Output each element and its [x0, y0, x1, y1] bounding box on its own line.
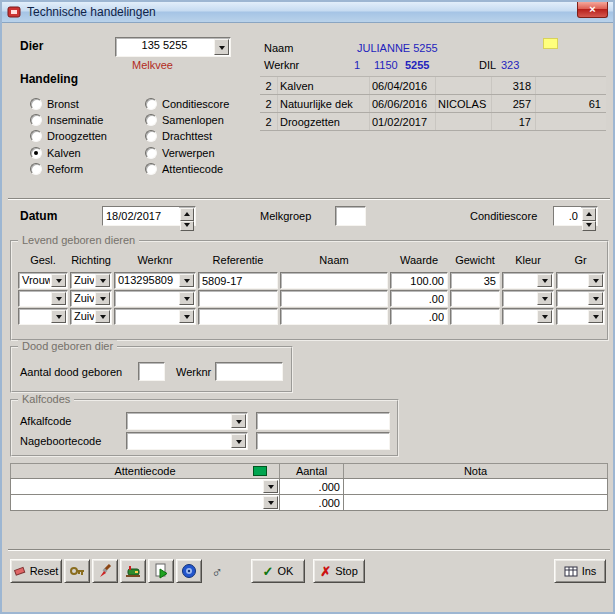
attentiecode-combo-arrow[interactable]: [263, 496, 278, 509]
gr-combo[interactable]: [556, 308, 605, 325]
gr-combo[interactable]: [556, 272, 605, 289]
naam-input[interactable]: [280, 272, 388, 289]
gesl-combo-arrow[interactable]: [51, 274, 66, 287]
werknr-combo-arrow[interactable]: [179, 310, 194, 323]
radio-conditiescore[interactable]: [145, 98, 157, 110]
waarde-input[interactable]: [390, 272, 448, 289]
nageboortecode-text-input[interactable]: [256, 432, 390, 450]
attentie-green-marker[interactable]: [253, 466, 267, 476]
camera-button[interactable]: [176, 559, 202, 583]
naam-input[interactable]: [280, 290, 388, 307]
attentie-aantal-cell[interactable]: .000: [279, 494, 344, 511]
referentie-input[interactable]: [198, 308, 278, 325]
werknr-combo[interactable]: [114, 308, 196, 325]
radio-bronst[interactable]: [30, 98, 42, 110]
afkalfcode-combo[interactable]: [126, 412, 248, 430]
richting-combo-arrow[interactable]: [95, 310, 110, 323]
attentiecode-combo[interactable]: [10, 494, 280, 511]
gr-combo-arrow[interactable]: [588, 310, 603, 323]
werknr-combo[interactable]: 013295809: [114, 272, 196, 289]
naam-input[interactable]: [280, 308, 388, 325]
kleur-combo[interactable]: [502, 272, 554, 289]
conditiescore-spin-up[interactable]: [582, 208, 596, 221]
kleur-combo-arrow[interactable]: [537, 274, 552, 287]
gesl-combo-arrow[interactable]: [51, 292, 66, 305]
attentie-nota-cell[interactable]: [343, 478, 608, 495]
radio-droogzetten[interactable]: [30, 130, 42, 142]
richting-combo-arrow[interactable]: [95, 274, 110, 287]
werknr-combo-arrow[interactable]: [179, 292, 194, 305]
male-button[interactable]: ♂: [204, 559, 230, 583]
conditiescore-input[interactable]: [554, 207, 581, 225]
key-button[interactable]: [64, 559, 90, 583]
mailbox-button[interactable]: [120, 559, 146, 583]
attentiecode-combo[interactable]: [10, 478, 280, 495]
gr-combo-arrow[interactable]: [588, 292, 603, 305]
dood-werknr-input[interactable]: [215, 362, 283, 381]
radio-verwerpen-label[interactable]: Verwerpen: [162, 147, 215, 159]
dier-combo[interactable]: 135 5255: [115, 37, 231, 57]
radio-bronst-label[interactable]: Bronst: [47, 98, 79, 110]
kleur-combo[interactable]: [502, 308, 554, 325]
gesl-combo-arrow[interactable]: [51, 310, 66, 323]
brush-button[interactable]: [92, 559, 118, 583]
richting-combo[interactable]: Zuiv: [70, 290, 112, 307]
gr-combo-arrow[interactable]: [588, 274, 603, 287]
kleur-combo-arrow[interactable]: [537, 292, 552, 305]
run-button[interactable]: [148, 559, 174, 583]
history-date: 06/06/2016: [370, 95, 436, 112]
radio-inseminatie[interactable]: [30, 114, 42, 126]
gesl-combo[interactable]: [18, 290, 68, 307]
gewicht-input[interactable]: [450, 272, 500, 289]
stop-button[interactable]: ✗ Stop: [313, 559, 365, 583]
dood-aantal-input[interactable]: [138, 362, 165, 381]
radio-inseminatie-label[interactable]: Inseminatie: [47, 114, 103, 126]
referentie-input[interactable]: [198, 272, 278, 289]
radio-verwerpen[interactable]: [145, 147, 157, 159]
gesl-combo[interactable]: [18, 308, 68, 325]
richting-combo[interactable]: Zuiv: [70, 272, 112, 289]
gr-combo[interactable]: [556, 290, 605, 307]
richting-combo-arrow[interactable]: [95, 292, 110, 305]
datum-spin-down[interactable]: [180, 221, 194, 231]
radio-reform[interactable]: [30, 163, 42, 175]
radio-attentiecode-label[interactable]: Attentiecode: [162, 163, 223, 175]
radio-drachttest[interactable]: [145, 130, 157, 142]
radio-drachttest-label[interactable]: Drachttest: [162, 130, 212, 142]
attentie-nota-cell[interactable]: [343, 494, 608, 511]
datum-spin-up[interactable]: [180, 208, 194, 221]
reset-button[interactable]: Reset: [10, 559, 62, 583]
radio-reform-label[interactable]: Reform: [47, 163, 83, 175]
referentie-input[interactable]: [198, 290, 278, 307]
close-button[interactable]: ×: [577, 2, 608, 18]
ins-button[interactable]: Ins: [554, 559, 606, 583]
attentiecode-combo-arrow[interactable]: [263, 480, 278, 493]
melkgroep-input[interactable]: [335, 206, 366, 226]
datum-input[interactable]: [103, 207, 179, 225]
radio-samenlopen[interactable]: [145, 114, 157, 126]
radio-droogzetten-label[interactable]: Droogzetten: [47, 130, 107, 142]
afkalfcode-text-input[interactable]: [256, 412, 390, 430]
radio-kalven-label[interactable]: Kalven: [47, 147, 81, 159]
gewicht-input[interactable]: [450, 308, 500, 325]
gewicht-input[interactable]: [450, 290, 500, 307]
attentie-aantal-cell[interactable]: .000: [279, 478, 344, 495]
nageboortecode-combo[interactable]: [126, 432, 248, 450]
afkalfcode-combo-arrow[interactable]: [231, 414, 246, 428]
werknr-combo-arrow[interactable]: [179, 274, 194, 287]
radio-samenlopen-label[interactable]: Samenlopen: [162, 114, 224, 126]
waarde-input[interactable]: [390, 308, 448, 325]
ok-button[interactable]: ✓ OK: [251, 559, 305, 583]
radio-attentiecode[interactable]: [145, 163, 157, 175]
richting-combo[interactable]: Zuiv: [70, 308, 112, 325]
radio-conditiescore-label[interactable]: Conditiescore: [162, 98, 229, 110]
nageboortecode-combo-arrow[interactable]: [231, 434, 246, 448]
waarde-input[interactable]: [390, 290, 448, 307]
werknr-combo[interactable]: [114, 290, 196, 307]
dier-combo-arrow[interactable]: [214, 39, 229, 55]
conditiescore-spin-down[interactable]: [582, 221, 596, 231]
radio-kalven[interactable]: [30, 147, 42, 159]
gesl-combo[interactable]: Vrouw: [18, 272, 68, 289]
kleur-combo[interactable]: [502, 290, 554, 307]
kleur-combo-arrow[interactable]: [537, 310, 552, 323]
